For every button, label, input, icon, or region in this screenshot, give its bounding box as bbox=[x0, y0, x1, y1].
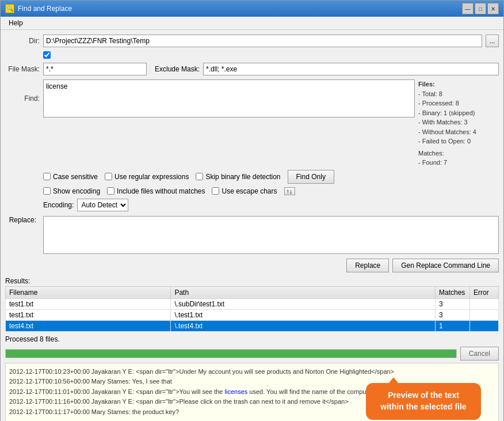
title-bar: 🔍 Find and Replace — □ ✕ bbox=[1, 1, 503, 17]
col-error: Error bbox=[470, 286, 499, 298]
preview-tooltip: Preview of the text within the selected … bbox=[366, 383, 481, 419]
skip-binary-text: Skip binary file detection bbox=[205, 173, 280, 181]
row-filename: test4.txt bbox=[6, 320, 171, 331]
table-row-selected[interactable]: test4.txt \.test4.txt 1 bbox=[6, 320, 499, 331]
menu-item-help[interactable]: Help bbox=[5, 18, 26, 28]
encoding-label: Encoding: bbox=[43, 201, 74, 209]
find-area: Find: license Files: - Total: 8 - Proces… bbox=[5, 79, 499, 168]
stats-line-3: - With Matches: 3 bbox=[418, 117, 499, 127]
include-without-text: Include files without matches bbox=[117, 187, 205, 195]
find-label: Find: bbox=[5, 94, 40, 103]
use-regex-text: Use regular expressions bbox=[114, 173, 189, 181]
case-sensitive-text: Case sensitive bbox=[53, 173, 98, 181]
progress-bar-container bbox=[5, 349, 457, 358]
processed-text: Processed 8 files. bbox=[5, 335, 499, 343]
row-path: \.subDir\test1.txt bbox=[171, 298, 436, 309]
dir-input[interactable] bbox=[43, 35, 482, 47]
highlight-licenses: licenses bbox=[225, 388, 248, 395]
menu-bar: Help bbox=[1, 17, 503, 30]
use-escape-checkbox[interactable] bbox=[212, 187, 219, 195]
dir-label: Dir: bbox=[5, 37, 40, 45]
row-path: \.test1.txt bbox=[171, 309, 436, 320]
use-escape-label[interactable]: Use escape chars bbox=[212, 187, 277, 195]
include-without-label[interactable]: Include files without matches bbox=[107, 187, 205, 195]
show-encoding-text: Show encoding bbox=[53, 187, 100, 195]
replace-button-row: Replace Gen Replace Command Line bbox=[5, 259, 499, 272]
col-matches: Matches bbox=[436, 286, 470, 298]
show-encoding-label[interactable]: Show encoding bbox=[43, 187, 100, 195]
progress-bar-fill bbox=[6, 350, 456, 358]
gen-replace-button[interactable]: Gen Replace Command Line bbox=[392, 259, 499, 272]
window-icon: 🔍 bbox=[5, 4, 14, 13]
encoding-select[interactable]: Auto Detect UTF-8 UTF-16 ANSI bbox=[77, 199, 128, 211]
replace-button[interactable]: Replace bbox=[346, 259, 389, 272]
stats-line-4: - Without Matches: 4 bbox=[418, 127, 499, 137]
results-label: Results: bbox=[5, 277, 499, 285]
stats-panel: Files: - Total: 8 - Processed: 8 - Binar… bbox=[418, 79, 499, 168]
exclude-mask-label: Exclude Mask: bbox=[155, 65, 200, 73]
preview-line-0: 2012-12-17T00:10:23+00:00 Jayakaran Y E:… bbox=[9, 367, 495, 377]
use-escape-text: Use escape chars bbox=[222, 187, 277, 195]
show-encoding-checkbox[interactable] bbox=[43, 187, 51, 195]
results-table: Filename Path Matches Error test1.txt \.… bbox=[5, 286, 499, 332]
row-path: \.test4.txt bbox=[171, 320, 436, 331]
stats-line-1: - Processed: 8 bbox=[418, 98, 499, 108]
matches-line-0: - Found: 7 bbox=[418, 158, 499, 168]
subdirs-row bbox=[43, 51, 499, 59]
content-area: Dir: ... File Mask: Exclude Mask: bbox=[1, 30, 503, 421]
row-matches: 3 bbox=[436, 309, 470, 320]
progress-section: Cancel bbox=[5, 347, 499, 361]
case-sensitive-label[interactable]: Case sensitive bbox=[43, 170, 98, 184]
include-without-checkbox[interactable] bbox=[107, 187, 114, 195]
include-subdirs-label[interactable] bbox=[43, 51, 499, 59]
results-tbody: test1.txt \.subDir\test1.txt 3 test1.txt… bbox=[6, 298, 499, 331]
stats-line-2: - Binary: 1 (skipped) bbox=[418, 108, 499, 118]
exclude-mask-input[interactable] bbox=[203, 63, 499, 75]
preview-section: 2012-12-17T00:10:23+00:00 Jayakaran Y E:… bbox=[5, 363, 499, 422]
sort-arrows-button[interactable]: ↑↓ bbox=[284, 187, 295, 195]
matches-title: Matches: bbox=[418, 149, 499, 158]
replace-row: Replace: bbox=[5, 216, 499, 254]
dir-browse-button[interactable]: ... bbox=[486, 35, 499, 47]
use-regex-checkbox[interactable] bbox=[105, 173, 112, 180]
filemask-label: File Mask: bbox=[5, 65, 40, 73]
results-section: Results: Filename Path Matches Error tes… bbox=[5, 277, 499, 422]
col-path: Path bbox=[171, 286, 436, 298]
cancel-button[interactable]: Cancel bbox=[460, 347, 499, 361]
title-controls: — □ ✕ bbox=[462, 3, 499, 14]
row-error bbox=[470, 320, 499, 331]
row-matches: 1 bbox=[436, 320, 470, 331]
skip-binary-checkbox[interactable] bbox=[196, 173, 203, 180]
results-header-row: Filename Path Matches Error bbox=[6, 286, 499, 298]
include-subdirs-checkbox[interactable] bbox=[43, 51, 51, 59]
row-filename: test1.txt bbox=[6, 309, 171, 320]
table-row[interactable]: test1.txt \.subDir\test1.txt 3 bbox=[6, 298, 499, 309]
row-matches: 3 bbox=[436, 298, 470, 309]
replace-textarea[interactable] bbox=[43, 216, 499, 254]
window-title: Find and Replace bbox=[18, 5, 72, 13]
main-window: 🔍 Find and Replace — □ ✕ Help Dir: ... bbox=[0, 0, 504, 421]
row-filename: test1.txt bbox=[6, 298, 171, 309]
title-bar-left: 🔍 Find and Replace bbox=[5, 4, 72, 13]
minimize-button[interactable]: — bbox=[462, 3, 474, 14]
case-sensitive-checkbox[interactable] bbox=[43, 173, 51, 180]
maximize-button[interactable]: □ bbox=[475, 3, 486, 14]
skip-binary-label[interactable]: Skip binary file detection bbox=[196, 170, 280, 184]
find-textarea[interactable]: license bbox=[43, 79, 415, 117]
find-only-button[interactable]: Find Only bbox=[288, 170, 334, 184]
checkbox-group-1: Case sensitive Use regular expressions S… bbox=[43, 170, 499, 184]
encoding-row: Encoding: Auto Detect UTF-8 UTF-16 ANSI bbox=[43, 199, 499, 211]
use-regex-label[interactable]: Use regular expressions bbox=[105, 170, 189, 184]
filemask-row: File Mask: Exclude Mask: bbox=[5, 63, 499, 75]
checkbox-group-2: Show encoding Include files without matc… bbox=[43, 187, 499, 195]
progress-area: Processed 8 files. Cancel bbox=[5, 335, 499, 361]
stats-line-0: - Total: 8 bbox=[418, 89, 499, 99]
find-row: Find: license bbox=[5, 79, 415, 117]
row-error bbox=[470, 309, 499, 320]
dir-row: Dir: ... bbox=[5, 35, 499, 47]
table-row[interactable]: test1.txt \.test1.txt 3 bbox=[6, 309, 499, 320]
close-button[interactable]: ✕ bbox=[487, 3, 499, 14]
filemask-input[interactable] bbox=[43, 63, 147, 75]
stats-files-title: Files: bbox=[418, 79, 499, 89]
find-left: Find: license bbox=[5, 79, 415, 168]
